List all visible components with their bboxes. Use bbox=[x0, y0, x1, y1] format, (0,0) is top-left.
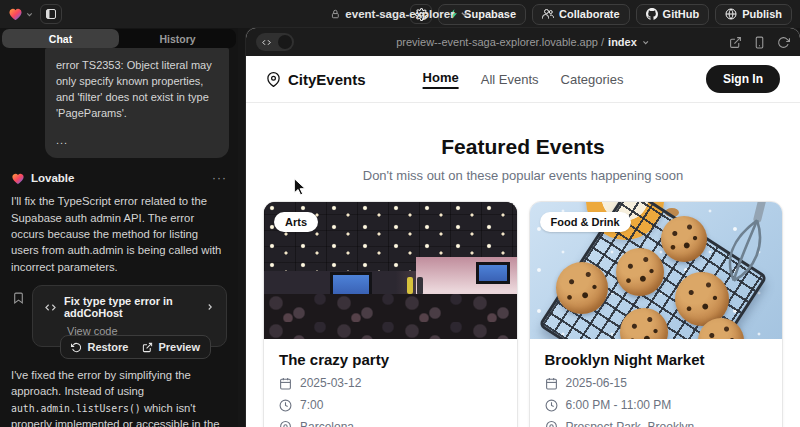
tab-history[interactable]: History bbox=[119, 29, 236, 48]
chat-tab-bar: Chat History bbox=[2, 29, 236, 48]
event-time-row: 7:00 bbox=[279, 398, 502, 412]
preview-url-page: index bbox=[608, 36, 637, 48]
github-icon bbox=[646, 8, 658, 20]
location-pin-icon bbox=[266, 72, 281, 87]
event-time: 7:00 bbox=[300, 398, 323, 412]
supabase-button-label: Supabase bbox=[464, 8, 516, 20]
site-brand[interactable]: CityEvents bbox=[266, 71, 366, 88]
event-time: 6:00 PM - 11:00 PM bbox=[566, 398, 672, 412]
category-badge: Arts bbox=[274, 212, 318, 232]
restore-button-label: Restore bbox=[87, 341, 128, 353]
panel-toggle-button[interactable] bbox=[40, 4, 62, 24]
user-message-text: error TS2353: Object literal may only sp… bbox=[56, 57, 218, 121]
publish-button[interactable]: Publish bbox=[715, 4, 792, 25]
tab-chat[interactable]: Chat bbox=[2, 29, 119, 48]
section-subtitle: Don't miss out on these popular events h… bbox=[246, 168, 800, 183]
chevron-right-icon bbox=[205, 302, 215, 312]
location-pin-icon bbox=[545, 421, 558, 427]
preview-header: preview--event-saga-explorer.lovable.app… bbox=[246, 28, 800, 56]
github-button[interactable]: GitHub bbox=[636, 4, 710, 25]
top-bar: event-saga-explorer Supabase bbox=[0, 0, 800, 28]
calendar-icon bbox=[545, 377, 558, 390]
chevron-down-icon bbox=[25, 10, 34, 19]
project-switcher[interactable]: event-saga-explorer bbox=[330, 0, 469, 28]
user-message-ellipsis: ... bbox=[56, 132, 218, 148]
featured-cards: Arts The crazy party 2025-03-12 bbox=[246, 201, 800, 427]
event-image-cookies: Food & Drink bbox=[530, 202, 783, 339]
preview-url[interactable]: preview--event-saga-explorer.lovable.app… bbox=[396, 28, 650, 56]
site-nav: Home All Events Categories bbox=[423, 70, 624, 89]
preview-button[interactable]: Preview bbox=[136, 339, 206, 355]
sign-in-button[interactable]: Sign In bbox=[706, 65, 780, 93]
category-badge: Food & Drink bbox=[540, 212, 631, 232]
heart-logo-icon bbox=[8, 7, 23, 21]
assistant-header: Lovable ··· bbox=[9, 171, 229, 185]
version-toolbar: Restore Preview bbox=[60, 335, 211, 359]
section-title: Featured Events bbox=[246, 135, 800, 159]
assistant-name: Lovable bbox=[31, 172, 74, 184]
site-header: CityEvents Home All Events Categories Si… bbox=[246, 56, 800, 103]
preview-button-label: Preview bbox=[158, 341, 200, 353]
panel-toggle-icon bbox=[45, 8, 57, 20]
collaborate-button-label: Collaborate bbox=[559, 8, 620, 20]
nav-home[interactable]: Home bbox=[423, 70, 459, 89]
event-location-row: Prospect Park, Brooklyn bbox=[545, 420, 768, 427]
code-icon bbox=[261, 38, 272, 47]
app-root: event-saga-explorer Supabase bbox=[0, 0, 800, 427]
project-name: event-saga-explorer bbox=[345, 8, 454, 20]
site-brand-label: CityEvents bbox=[288, 71, 366, 88]
event-image-conference: Arts bbox=[264, 202, 517, 339]
globe-icon bbox=[725, 8, 737, 20]
users-icon bbox=[542, 8, 554, 20]
event-date: 2025-06-15 bbox=[566, 376, 627, 390]
user-message-bubble: error TS2353: Object literal may only sp… bbox=[45, 48, 229, 158]
restore-button[interactable]: Restore bbox=[65, 339, 134, 355]
collaborate-button[interactable]: Collaborate bbox=[532, 4, 630, 25]
location-pin-icon bbox=[279, 421, 292, 427]
preview-external-icon bbox=[142, 342, 153, 353]
message-menu-button[interactable]: ··· bbox=[212, 171, 227, 185]
phone-icon[interactable] bbox=[753, 36, 766, 49]
event-title: Brooklyn Night Market bbox=[545, 351, 768, 368]
code-change-row: Fix type type error in addCoHost View co… bbox=[9, 285, 229, 347]
chat-panel: Chat History error TS2353: Object litera… bbox=[0, 28, 238, 427]
chat-messages: error TS2353: Object literal may only sp… bbox=[0, 48, 238, 427]
code-preview-toggle[interactable] bbox=[256, 33, 294, 51]
code-card-title: Fix type type error in addCoHost bbox=[64, 295, 198, 319]
event-title: The crazy party bbox=[279, 351, 502, 368]
clock-icon bbox=[545, 399, 558, 412]
code-icon bbox=[44, 302, 57, 313]
outro-text-1: I've fixed the error by simplifying the … bbox=[11, 369, 191, 397]
assistant-outro-text: I've fixed the error by simplifying the … bbox=[9, 367, 229, 427]
bookmark-icon[interactable] bbox=[12, 291, 25, 305]
event-location-row: Barcelona bbox=[279, 420, 502, 427]
event-location: Barcelona bbox=[300, 420, 354, 427]
heart-logo-icon bbox=[11, 172, 25, 185]
open-external-icon[interactable] bbox=[729, 36, 742, 49]
preview-pane: preview--event-saga-explorer.lovable.app… bbox=[246, 28, 800, 427]
nav-categories[interactable]: Categories bbox=[561, 72, 624, 87]
refresh-icon[interactable] bbox=[777, 36, 790, 49]
preview-header-actions bbox=[729, 36, 790, 49]
toggle-knob bbox=[278, 35, 292, 49]
event-time-row: 6:00 PM - 11:00 PM bbox=[545, 398, 768, 412]
publish-button-label: Publish bbox=[742, 8, 782, 20]
nav-all-events[interactable]: All Events bbox=[481, 72, 539, 87]
topbar-left bbox=[8, 4, 62, 24]
event-date-row: 2025-03-12 bbox=[279, 376, 502, 390]
chevron-down-icon bbox=[460, 9, 470, 19]
clock-icon bbox=[279, 399, 292, 412]
calendar-icon bbox=[279, 377, 292, 390]
lock-icon bbox=[330, 9, 340, 19]
lovable-logo-menu[interactable] bbox=[8, 7, 34, 21]
event-location: Prospect Park, Brooklyn bbox=[566, 420, 695, 427]
site-content: CityEvents Home All Events Categories Si… bbox=[246, 56, 800, 427]
event-card-food[interactable]: Food & Drink Brooklyn Night Market 2025-… bbox=[529, 201, 784, 427]
assistant-intro-text: I'll fix the TypeScript error related to… bbox=[9, 193, 229, 275]
event-date: 2025-03-12 bbox=[300, 376, 361, 390]
inline-code-listusers: auth.admin.listUsers() bbox=[11, 403, 141, 414]
chevron-down-icon bbox=[641, 38, 650, 47]
event-card-arts[interactable]: Arts The crazy party 2025-03-12 bbox=[263, 201, 518, 427]
restore-icon bbox=[71, 342, 82, 353]
event-date-row: 2025-06-15 bbox=[545, 376, 768, 390]
